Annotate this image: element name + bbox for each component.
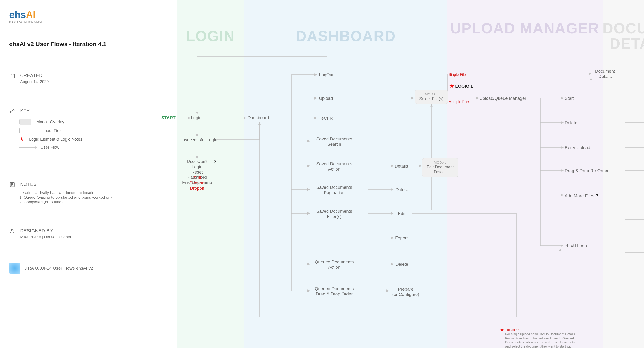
node-doc-details: Document Details [592,69,618,79]
node-unsuccessful: Unsuccessful Login [179,137,217,143]
star-icon2: ★ [450,83,454,89]
logo: ehsAI Major & Compliance Global [9,9,42,23]
node-edit: Edit [398,211,406,216]
question-icon2: ? [596,193,598,198]
key-modal-label: Modal. Overlay [36,120,64,124]
lane-upload-bg [447,0,602,348]
modal-edit-doc: MODAL Edit Document Details [422,158,458,177]
logic1-footnote: ★ LOGIC 1: For single upload send user t… [500,327,576,348]
page-title: ehsAI v2 User Flows - Iteration 4.1 [9,40,106,48]
node-details: Details [394,164,408,169]
label-single-file: Single File [448,72,466,77]
created-block: CREATED August 14, 2020 [9,73,49,84]
node-delete: Delete [396,187,408,192]
key-flow-label: User Flow [40,145,59,150]
lane-upload-title: UPLOAD MANAGER [447,21,602,36]
logo-tag: Major & Compliance Global [9,20,42,23]
node-delete2: Delete [396,262,408,267]
key-modal-row: Modal. Overlay [19,119,82,125]
modal-select-files-text: Select File(s) [419,96,444,102]
designed-label: DESIGNED BY [20,228,71,234]
node-dashboard: Dashboard [248,115,269,120]
modal-tag-2: MODAL [427,161,454,164]
key-input-row: Input Field [19,128,82,134]
key-logic-row: ★Logic Element & Logic Notes [19,136,82,142]
node-mgr-addmore: Add More Files? [565,193,598,199]
key-block: KEY Modal. Overlay Input Field ★Logic El… [9,108,82,152]
svg-point-1 [10,111,12,113]
node-mgr-reorder: Drag & Drop Re-Order [565,168,608,174]
designed-block: DESIGNED BY Mike Priebe | UI/UX Designer [9,228,71,240]
node-mgr-logo: ehsAI Logo [565,243,587,249]
node-prepare: Prepare (or Configure) [390,287,422,297]
lane-detail-bg [602,0,644,348]
node-uqm: Upload/Queue Manager [480,96,526,101]
key-icon [9,108,15,115]
key-input-swatch [19,128,38,134]
created-label: CREATED [20,73,49,78]
node-cantlogin-red: Call Support Dropoff [186,175,208,191]
logic1-text: LOGIC 1 [455,84,473,88]
modal-select-files: MODAL Select File(s) [415,90,448,104]
designed-value: Mike Priebe | UI/UX Designer [20,235,71,240]
node-mgr-retry: Retry Upload [565,145,590,150]
person-icon [9,228,15,235]
lane-login-title: LOGIN [176,28,244,45]
node-logic1: ★ LOGIC 1 [450,83,473,89]
notes-body: Iteration 4 ideally has two document loc… [19,190,112,204]
logic1-foot-title: LOGIC 1: [505,328,519,332]
node-mgr-start: Start [565,96,574,101]
logic1-foot-body: For single upload send user to Document … [505,332,576,348]
calendar-icon [9,73,15,80]
node-saved-pag: Saved Documents Pagination [311,185,357,196]
node-export: Export [395,236,408,241]
node-ecfr: eCFR [321,116,333,121]
node-login: Login [191,115,202,120]
question-icon: ? [212,158,216,164]
node-saved-search: Saved Documents Search [311,136,357,147]
star-icon3: ★ [500,328,504,332]
key-flow-row: User Flow [19,145,82,150]
lane-dashboard-title: DASHBOARD [244,28,447,45]
modal-edit-doc-text: Edit Document Details [427,165,454,174]
canvas[interactable]: LOGIN DASHBOARD UPLOAD MANAGER DOCUMENT … [0,0,644,348]
node-upload: Upload [319,96,333,101]
notes-label: NOTES [20,182,36,187]
jira-icon [9,263,20,274]
notes-icon [9,182,15,188]
node-queued-action: Queued Documents Action [311,260,357,270]
node-logout: LogOut [319,72,333,78]
modal-tag-1: MODAL [419,92,444,96]
jira-text: JIRA UXUI-14 User Flows ehsAI v2 [24,266,93,271]
node-saved-filter: Saved Documents Filter(s) [311,209,357,220]
star-icon: ★ [19,136,24,142]
node-mgr-delete: Delete [565,120,578,126]
arrow-icon [19,147,36,148]
jira-block[interactable]: JIRA UXUI-14 User Flows ehsAI v2 [9,263,93,274]
node-queued-dnd: Queued Documents Drag & Drop Order [311,286,357,297]
label-multi-file: Multiple Files [448,100,470,104]
lane-detail-title: DOCUMENT DETAIL [602,21,644,52]
key-logic-label: Logic Element & Logic Notes [29,137,82,142]
node-start: START [161,115,176,120]
svg-rect-0 [10,74,14,78]
key-input-label: Input Field [43,128,63,133]
node-saved-action: Saved Documents Action [311,161,357,172]
key-label: KEY [20,108,30,114]
notes-block: NOTES Iteration 4 ideally has two docume… [9,182,112,204]
svg-point-3 [11,229,13,231]
created-value: August 14, 2020 [20,80,49,84]
key-modal-swatch [19,119,31,125]
